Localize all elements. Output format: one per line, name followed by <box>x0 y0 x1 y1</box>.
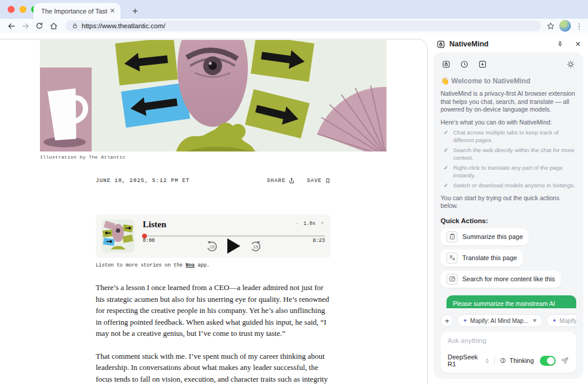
chat-scroll-area: 👋 Welcome to NativeMind NativeMind is a … <box>441 72 576 308</box>
audio-player-main: Listen - 1.0x + 0:00 8:23 <box>143 220 325 252</box>
summarize-page-button[interactable]: Summarize this page <box>441 228 529 245</box>
intro-text: NativeMind is a privacy-first AI browser… <box>441 90 576 114</box>
sidebar-header: NativeMind ✕ <box>436 38 581 50</box>
paragraph: There’s a lesson I once learned from a C… <box>96 282 331 339</box>
send-icon[interactable] <box>560 356 569 365</box>
sidebar-close-icon[interactable]: ✕ <box>575 40 581 48</box>
context-chip-mapify[interactable]: ✦ Mapify: AI Mind Map... ✕ <box>457 314 543 327</box>
nativemind-sidebar: NativeMind ✕ <box>429 33 588 384</box>
svg-text:15: 15 <box>253 244 258 250</box>
check-icon: ✓ <box>443 182 448 190</box>
nativemind-logo-icon <box>436 40 445 49</box>
panel-toolbar <box>442 58 575 70</box>
quick-actions-heading: Quick Actions: <box>441 217 576 224</box>
capability-text: Switch or download models anytime in Set… <box>453 182 574 190</box>
capability-list: ✓Chat across multiple tabs to keep track… <box>441 129 576 190</box>
start-hint: You can start by trying out the quick ac… <box>441 194 576 210</box>
browser-tab[interactable]: The Importance of Taste in th ✕ <box>33 3 120 19</box>
minimize-window-button[interactable] <box>19 6 26 13</box>
share-button[interactable]: SHARE <box>267 177 295 184</box>
quick-action-label: Summarize this page <box>462 233 523 240</box>
chat-input-card: DeepSeek R1 Thinking <box>441 332 576 373</box>
url-text: https://www.theatlantic.com/ <box>82 22 166 29</box>
capability-item: ✓Right-click to translate any part of th… <box>441 164 576 179</box>
browser-menu-icon[interactable]: ⋮ <box>575 22 583 31</box>
reload-icon[interactable] <box>33 20 46 32</box>
capabilities-heading: Here’s what you can do with NativeMind: <box>441 119 576 127</box>
web-content: Illustration by The Atlantic JUNE 10, 20… <box>0 33 429 384</box>
browser-toolbar: https://www.theatlantic.com/ ⋮ <box>0 19 588 33</box>
chip-close-icon[interactable]: ✕ <box>532 318 537 324</box>
profile-avatar[interactable] <box>559 20 571 32</box>
pin-icon[interactable] <box>556 41 564 48</box>
settings-gear-icon[interactable] <box>566 60 575 69</box>
share-icon <box>288 177 295 184</box>
skip-back-15-button[interactable]: 15 <box>206 240 219 252</box>
share-label: SHARE <box>267 178 285 184</box>
context-chips-row: + ✦ Mapify: AI Mind Map... ✕ ✦ Mapify: A… <box>441 314 576 327</box>
save-label: SAVE <box>307 178 322 184</box>
tab-title: The Importance of Taste in th <box>41 8 107 15</box>
hero-illustration <box>40 40 387 151</box>
browser-window: The Importance of Taste in th ✕ + https:… <box>0 0 588 384</box>
welcome-heading: 👋 Welcome to NativeMind <box>441 77 576 85</box>
listen-note-text: Listen to more stories on the <box>96 262 186 268</box>
capability-text: Right-click to translate any part of the… <box>453 164 576 179</box>
home-icon[interactable] <box>47 20 60 32</box>
audio-player: Listen - 1.0x + 0:00 8:23 <box>96 214 331 258</box>
search-content-icon <box>446 274 458 285</box>
speed-value[interactable]: 1.0x <box>303 221 315 227</box>
tab-strip: The Importance of Taste in th ✕ + <box>0 0 588 19</box>
back-icon[interactable] <box>5 20 18 32</box>
capability-item: ✓Chat across multiple tabs to keep track… <box>441 129 576 144</box>
thinking-label: Thinking <box>509 357 534 364</box>
model-selector[interactable]: DeepSeek R1 <box>448 353 489 368</box>
context-chip-mapify-2[interactable]: ✦ Mapify: AI Mind <box>546 314 576 327</box>
chat-panel: 👋 Welcome to NativeMind NativeMind is a … <box>434 52 583 379</box>
chevron-up-down-icon <box>485 358 490 364</box>
chat-input[interactable] <box>448 337 569 344</box>
quick-action-label: Search for more content like this <box>462 275 555 282</box>
thinking-toggle[interactable] <box>540 356 556 366</box>
noa-app-link[interactable]: Noa <box>186 262 194 268</box>
article-meta-row: JUNE 10, 2025, 5:12 PM ET SHARE SAVE <box>96 177 331 184</box>
save-button[interactable]: SAVE <box>307 177 331 184</box>
sparkle-icon: ✦ <box>463 318 468 324</box>
article-date: JUNE 10, 2025, 5:12 PM ET <box>96 178 190 184</box>
body-area: Illustration by The Atlantic JUNE 10, 20… <box>0 33 588 384</box>
play-button[interactable] <box>227 238 240 254</box>
check-icon: ✓ <box>443 129 448 144</box>
summarize-icon <box>446 231 458 242</box>
history-icon[interactable] <box>460 60 469 69</box>
bookmark-star-icon[interactable] <box>546 22 555 31</box>
close-window-button[interactable] <box>8 6 15 13</box>
audio-thumbnail <box>102 220 135 252</box>
toggle-knob <box>547 357 555 365</box>
speed-increase-button[interactable]: + <box>321 221 324 227</box>
listen-note-suffix: app. <box>194 262 210 268</box>
tab-close-icon[interactable]: ✕ <box>110 7 115 15</box>
url-bar[interactable]: https://www.theatlantic.com/ <box>65 21 541 31</box>
private-model-icon[interactable] <box>442 60 451 69</box>
audio-progress-bar[interactable] <box>143 235 325 237</box>
capability-text: Search the web directly within the chat … <box>453 147 576 161</box>
skip-forward-15-button[interactable]: 15 <box>249 240 262 252</box>
playback-speed-control: - 1.0x + <box>295 221 324 227</box>
capability-text: Chat across multiple tabs to keep track … <box>453 129 576 144</box>
check-icon: ✓ <box>443 164 448 179</box>
forward-icon[interactable] <box>19 20 32 32</box>
new-chat-icon[interactable] <box>478 60 487 69</box>
new-tab-button[interactable]: + <box>128 4 142 18</box>
translate-page-button[interactable]: Translate this page <box>441 250 523 267</box>
user-message-row: Please summarize the mainstream AI LLMs … <box>441 295 576 309</box>
add-context-button[interactable]: + <box>441 314 453 327</box>
speed-decrease-button[interactable]: - <box>295 221 298 227</box>
paragraph: That comment stuck with me. I’ve spent m… <box>96 351 331 384</box>
bookmark-icon <box>325 177 331 184</box>
svg-text:15: 15 <box>210 244 215 250</box>
listen-note: Listen to more stories on the Noa app. <box>96 262 331 268</box>
sparkle-icon: ✦ <box>552 318 557 324</box>
search-similar-content-button[interactable]: Search for more content like this <box>441 271 561 288</box>
audio-controls: 15 15 <box>143 238 325 254</box>
padlock-icon <box>72 22 78 29</box>
